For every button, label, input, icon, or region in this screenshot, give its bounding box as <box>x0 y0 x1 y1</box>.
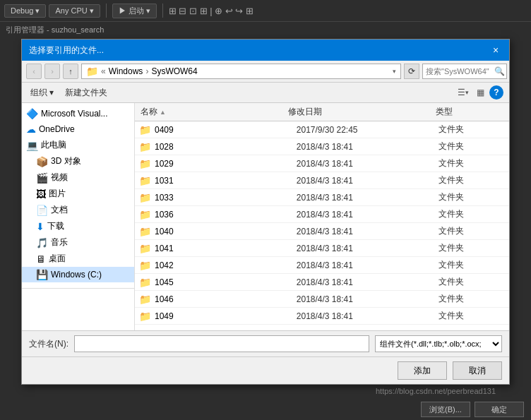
table-row[interactable]: 📁 1028 2018/4/3 18:41 文件夹 <box>135 138 509 155</box>
file-date: 2018/4/3 18:41 <box>297 227 438 236</box>
nav-path-dropdown-arrow[interactable]: ▾ <box>393 68 396 75</box>
detail-icon: ▦ <box>477 88 484 97</box>
sidebar-item-documents[interactable]: 📄 文档 <box>22 202 134 218</box>
nav-up-button[interactable]: ↑ <box>63 64 78 79</box>
table-row[interactable]: 📁 0409 2017/9/30 22:45 文件夹 <box>135 121 509 138</box>
sidebar-item-onedrive[interactable]: ☁ OneDrive <box>22 121 134 137</box>
browse-button[interactable]: 浏览(B)... <box>421 402 470 417</box>
up-icon: ↑ <box>68 67 73 76</box>
view-detail-button[interactable]: ▦ <box>472 85 488 100</box>
action-bar: 添加 取消 <box>22 356 509 384</box>
cpu-label: Any CPU <box>55 6 87 15</box>
col-header-name[interactable]: 名称 ▲ <box>135 104 282 119</box>
file-name: 1033 <box>155 193 297 203</box>
refresh-icon: ⟳ <box>408 66 415 76</box>
sidebar-pictures-label: 图片 <box>49 188 66 200</box>
pictures-icon: 🖼 <box>36 188 46 200</box>
sidebar-onedrive-label: OneDrive <box>39 124 75 134</box>
table-row[interactable]: 📁 1036 2018/4/3 18:41 文件夹 <box>135 206 509 223</box>
sidebar-item-3dobjects[interactable]: 📦 3D 对象 <box>22 153 134 169</box>
table-row[interactable]: 📁 1029 2018/4/3 18:41 文件夹 <box>135 155 509 172</box>
sidebar-item-downloads[interactable]: ⬇ 下载 <box>22 218 134 234</box>
main-content-area: 🔷 Microsoft Visual... ☁ OneDrive 💻 此电脑 📦… <box>22 103 509 330</box>
nav-forward-button[interactable]: › <box>44 64 60 79</box>
sidebar-item-desktop[interactable]: 🖥 桌面 <box>22 251 134 267</box>
help-button[interactable]: ? <box>489 85 503 100</box>
table-row[interactable]: 📁 1031 2018/4/3 18:41 文件夹 <box>135 172 509 189</box>
file-name: 1045 <box>155 277 297 287</box>
file-type: 文件夹 <box>438 157 509 169</box>
debug-label: Debug <box>11 6 33 15</box>
table-row[interactable]: 📁 1045 2018/4/3 18:41 文件夹 <box>135 274 509 291</box>
file-type: 文件夹 <box>438 140 509 152</box>
file-name: 1029 <box>155 159 297 169</box>
documents-icon: 📄 <box>36 205 48 216</box>
file-type: 文件夹 <box>438 208 509 220</box>
organize-button[interactable]: 组织 ▾ <box>28 85 56 100</box>
table-row[interactable]: 📁 1040 2018/4/3 18:41 文件夹 <box>135 223 509 240</box>
help-label: ? <box>494 88 499 97</box>
filetype-select[interactable]: 组件文件(*.dll;*.tlb;*.olb;*.ocx; <box>375 335 502 352</box>
filename-input[interactable] <box>74 335 369 352</box>
view-list-button[interactable]: ☰ ▾ <box>455 85 471 100</box>
winc-icon: 💾 <box>36 269 48 280</box>
folder-icon: 📁 <box>135 294 155 305</box>
table-row[interactable]: 📁 1049 2018/4/3 18:41 文件夹 <box>135 308 509 325</box>
confirm-button[interactable]: 确定 <box>475 402 524 417</box>
file-type: 文件夹 <box>438 242 509 254</box>
dialog-close-button[interactable]: × <box>489 44 502 56</box>
table-row[interactable]: 📁 1046 2018/4/3 18:41 文件夹 <box>135 291 509 308</box>
file-name: 1040 <box>155 227 297 236</box>
nav-path-syswow64: SysWOW64 <box>151 66 197 76</box>
file-date: 2018/4/3 18:41 <box>297 193 438 203</box>
nav-back-button[interactable]: ‹ <box>26 64 42 79</box>
sidebar-item-msvisual[interactable]: 🔷 Microsoft Visual... <box>22 106 134 121</box>
file-date: 2018/4/3 18:41 <box>297 142 438 152</box>
sidebar-item-thispc[interactable]: 💻 此电脑 <box>22 137 134 153</box>
file-list: 📁 0409 2017/9/30 22:45 文件夹 📁 1028 2018/4… <box>135 121 509 330</box>
sidebar-item-video[interactable]: 🎬 视频 <box>22 169 134 186</box>
table-row[interactable]: 📁 1042 2018/4/3 18:41 文件夹 <box>135 257 509 274</box>
sidebar-item-pictures[interactable]: 🖼 图片 <box>22 186 134 202</box>
sidebar-video-label: 视频 <box>51 172 68 184</box>
table-row[interactable]: 📁 1033 2018/4/3 18:41 文件夹 <box>135 189 509 206</box>
nav-path-windows: Windows <box>109 66 143 76</box>
start-button[interactable]: ▶ 启动 ▾ <box>112 4 157 18</box>
nav-refresh-button[interactable]: ⟳ <box>404 64 419 79</box>
folder-icon: 📁 <box>135 260 155 271</box>
file-date: 2018/4/3 18:41 <box>297 210 438 220</box>
cancel-button[interactable]: 取消 <box>453 361 502 380</box>
col-header-date[interactable]: 修改日期 <box>282 104 430 119</box>
dialog-title: 选择要引用的文件... <box>29 44 104 56</box>
sidebar-documents-label: 文档 <box>51 204 68 216</box>
computer-icon: 💻 <box>26 140 38 151</box>
nav-path-bar[interactable]: 📁 « Windows › SysWOW64 ▾ <box>81 64 401 79</box>
folder-icon: 📁 <box>86 66 98 77</box>
file-name: 1042 <box>155 260 297 270</box>
file-date: 2018/4/3 18:41 <box>297 277 438 287</box>
new-folder-button[interactable]: 新建文件夹 <box>62 85 110 100</box>
desktop-icon: 🖥 <box>36 253 46 265</box>
debug-dropdown[interactable]: Debug ▾ <box>4 4 46 18</box>
table-row[interactable]: 📁 1041 2018/4/3 18:41 文件夹 <box>135 240 509 257</box>
file-dialog: 选择要引用的文件... × ‹ › ↑ 📁 « Windows › SysWOW… <box>21 39 510 385</box>
folder-icon: 📁 <box>135 243 155 254</box>
add-button[interactable]: 添加 <box>398 361 447 380</box>
file-type: 文件夹 <box>438 276 509 288</box>
cpu-dropdown[interactable]: Any CPU ▾ <box>49 4 100 18</box>
file-date: 2018/4/3 18:41 <box>297 311 438 321</box>
file-name: 1028 <box>155 142 297 152</box>
filename-label: 文件名(N): <box>29 338 68 350</box>
toolbar-separator-2 <box>162 4 163 18</box>
downloads-icon: ⬇ <box>36 221 44 232</box>
dialog-titlebar: 选择要引用的文件... × <box>22 40 509 61</box>
file-date: 2018/4/3 18:41 <box>297 260 438 270</box>
nav-path-chevron: › <box>145 66 148 76</box>
folder-icon: 📁 <box>135 311 155 322</box>
sidebar-item-music[interactable]: 🎵 音乐 <box>22 234 134 251</box>
col-header-type[interactable]: 类型 <box>430 104 509 119</box>
ref-manager-tab-label: 引用管理器 - suzhou_search <box>6 25 104 34</box>
music-icon: 🎵 <box>36 237 48 248</box>
file-type: 文件夹 <box>438 225 509 237</box>
sidebar-item-winc[interactable]: 💾 Windows (C:) <box>22 267 134 282</box>
